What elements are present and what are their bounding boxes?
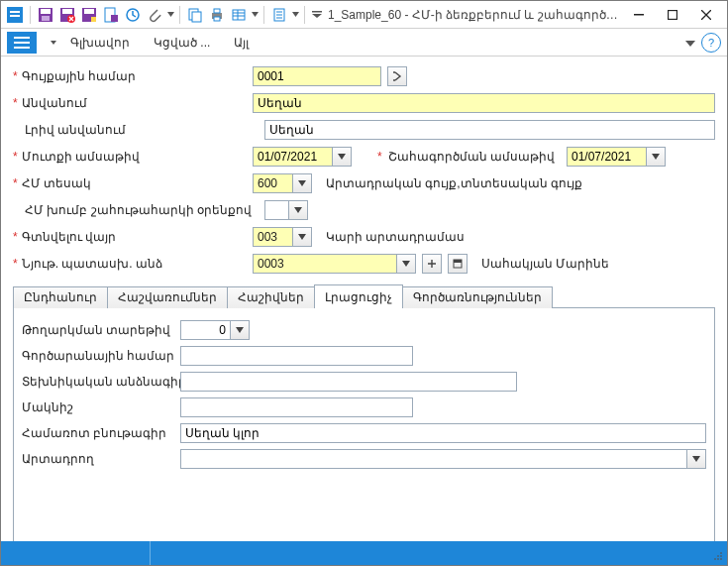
- help-icon[interactable]: ?: [701, 33, 721, 53]
- close-button[interactable]: [689, 3, 723, 27]
- tab-general[interactable]: Ընդհանուր: [13, 286, 108, 308]
- save-new-icon[interactable]: [79, 5, 99, 25]
- window-title: 1_Sample_60 - ՀՄ-ի ձեռքբերում և շահագործ…: [328, 8, 622, 22]
- lbl-inventory-no: Գույքային համար: [22, 69, 136, 83]
- tech-passport-input[interactable]: [180, 372, 517, 392]
- hm-type-select[interactable]: 600: [253, 173, 292, 193]
- producer-dropdown-icon[interactable]: [686, 449, 706, 469]
- lbl-exploit-date: Շահագործման ամսաթիվ: [388, 150, 555, 164]
- maximize-button[interactable]: [656, 3, 689, 27]
- tab-accounting[interactable]: Հաշվառումներ: [107, 286, 228, 308]
- responsible-desc: Սահակյան Մարինե: [481, 257, 609, 271]
- inventory-no-input[interactable]: [253, 66, 381, 86]
- resize-grip-icon[interactable]: [713, 551, 723, 561]
- attach-icon[interactable]: [145, 5, 164, 25]
- grid-icon[interactable]: [229, 5, 249, 25]
- toolbar: [5, 5, 324, 25]
- location-select[interactable]: 003: [253, 227, 292, 247]
- svg-rect-13: [111, 15, 118, 22]
- svg-marker-47: [402, 261, 410, 267]
- tab-additional[interactable]: Լրացուցիչ: [314, 284, 403, 308]
- svg-rect-34: [669, 10, 677, 19]
- print-icon[interactable]: [207, 5, 227, 25]
- lbl-tech-passport: Տեխնիկական անձնագիր: [22, 375, 180, 389]
- lbl-name: Անվանում: [22, 96, 87, 110]
- tab-operations[interactable]: Գործառնություններ: [402, 286, 553, 308]
- svg-rect-33: [634, 14, 644, 16]
- lbl-brand: Մակնիշ: [22, 400, 180, 414]
- form-body: *Գույքային համար *Անվանում Լրիվ անվանում…: [1, 57, 727, 541]
- exploit-date-picker-icon[interactable]: [646, 147, 666, 167]
- lbl-producer: Արտադրող: [22, 452, 180, 466]
- svg-marker-31: [312, 14, 322, 18]
- responsible-select[interactable]: 0003: [253, 254, 396, 274]
- overflow-dropdown[interactable]: [310, 11, 324, 18]
- svg-rect-10: [84, 9, 94, 14]
- svg-marker-50: [236, 327, 244, 333]
- menu-collapsed[interactable]: Կցված ...: [144, 32, 220, 54]
- svg-marker-30: [292, 12, 299, 17]
- save-close-icon[interactable]: [57, 5, 77, 25]
- menu-main[interactable]: Գլխավոր: [60, 32, 140, 54]
- responsible-add-icon[interactable]: [422, 254, 442, 274]
- hm-type-desc: Արտադրական գույք,տնտեսական գույք: [326, 176, 582, 190]
- entry-date-picker-icon[interactable]: [332, 147, 352, 167]
- lbl-location: Գտնվելու վայր: [22, 230, 116, 244]
- tab-accounts[interactable]: Հաշիվներ: [227, 286, 315, 308]
- list-view-dropdown[interactable]: [51, 41, 56, 45]
- menu-other[interactable]: Այլ: [224, 32, 259, 54]
- doc-icon[interactable]: [269, 5, 289, 25]
- svg-rect-35: [14, 37, 30, 39]
- responsible-dropdown-icon[interactable]: [396, 254, 416, 274]
- location-dropdown-icon[interactable]: [292, 227, 312, 247]
- menu-overflow[interactable]: [685, 36, 695, 50]
- lbl-short-spec: Համառոտ բնութագիր: [22, 426, 180, 440]
- lbl-hm-type: ՀՄ տեսակ: [22, 176, 91, 190]
- svg-rect-7: [62, 9, 72, 14]
- release-year-input[interactable]: [180, 320, 230, 340]
- svg-point-40: [393, 71, 395, 73]
- attach-dropdown[interactable]: [166, 12, 174, 17]
- factory-no-input[interactable]: [180, 346, 413, 366]
- svg-marker-39: [685, 41, 695, 47]
- menubar: Գլխավոր Կցված ... Այլ ?: [1, 29, 727, 57]
- tab-panel-additional: Թողարկման տարեթիվ Գործարանային համար Տեխ…: [13, 307, 715, 541]
- inventory-no-generate-icon[interactable]: [387, 66, 407, 86]
- svg-rect-37: [14, 47, 30, 49]
- hm-group-dropdown-icon[interactable]: [288, 200, 308, 220]
- app-window: 1_Sample_60 - ՀՄ-ի ձեռքբերում և շահագործ…: [0, 0, 728, 566]
- svg-rect-21: [233, 10, 245, 20]
- brand-input[interactable]: [180, 397, 413, 417]
- location-desc: Կարի արտադրամաս: [326, 230, 465, 244]
- short-spec-input[interactable]: [180, 423, 706, 443]
- hm-type-dropdown-icon[interactable]: [292, 173, 312, 193]
- grid-dropdown[interactable]: [251, 12, 259, 17]
- lbl-factory-no: Գործարանային համար: [22, 349, 180, 363]
- history-icon[interactable]: [123, 5, 143, 25]
- lbl-responsible: Նյութ. պատասխ. անձ: [22, 257, 162, 271]
- svg-marker-43: [652, 154, 660, 160]
- svg-rect-36: [14, 42, 30, 44]
- svg-rect-5: [42, 16, 50, 21]
- release-year-dropdown-icon[interactable]: [230, 320, 250, 340]
- responsible-open-icon[interactable]: [448, 254, 468, 274]
- save-template-icon[interactable]: [101, 5, 121, 25]
- svg-marker-38: [51, 41, 56, 45]
- list-view-button[interactable]: [7, 32, 37, 54]
- app-icon: [5, 5, 25, 25]
- svg-marker-45: [294, 207, 302, 213]
- hm-group-select[interactable]: [264, 200, 288, 220]
- svg-rect-1: [10, 11, 20, 13]
- exploit-date-input[interactable]: [567, 147, 646, 167]
- window-controls: [622, 3, 723, 27]
- svg-point-55: [717, 555, 719, 557]
- copy-icon[interactable]: [185, 5, 205, 25]
- doc-dropdown[interactable]: [291, 12, 299, 17]
- minimize-button[interactable]: [622, 3, 656, 27]
- save-icon[interactable]: [36, 5, 55, 25]
- name-input[interactable]: [253, 93, 715, 113]
- full-name-input[interactable]: [264, 120, 715, 140]
- tabs: Ընդհանուր Հաշվառումներ Հաշիվներ Լրացուցի…: [13, 283, 715, 541]
- producer-select[interactable]: [180, 449, 686, 469]
- entry-date-input[interactable]: [253, 147, 332, 167]
